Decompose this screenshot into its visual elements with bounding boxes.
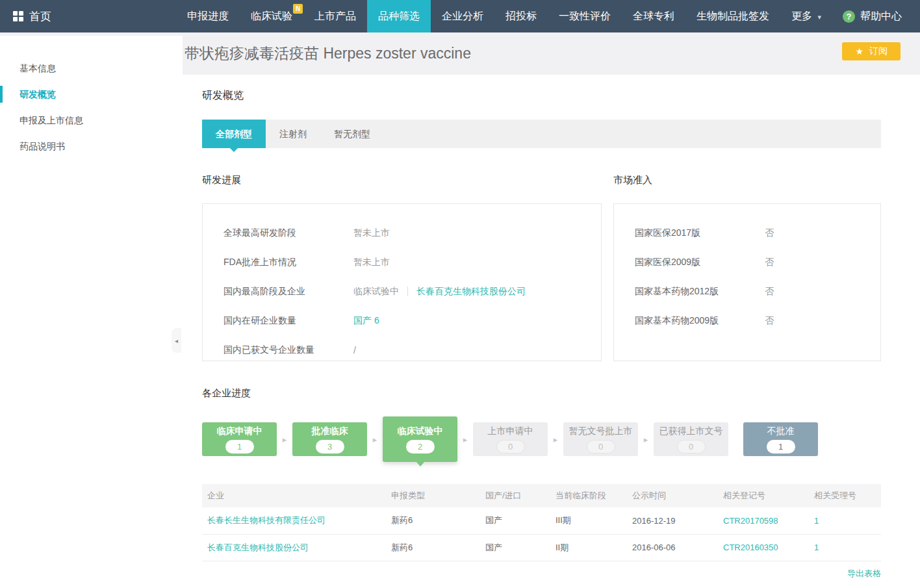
collapse-left-icon: ◂ xyxy=(175,337,178,344)
sidebar-item-basic-info[interactable]: 基本信息 xyxy=(0,55,183,81)
stage-marketing-application[interactable]: 上市申请中 0 xyxy=(473,422,548,456)
new-badge: N xyxy=(293,4,303,14)
sidebar-item-drug-label[interactable]: 药品说明书 xyxy=(0,133,183,159)
help-icon: ? xyxy=(843,10,855,23)
stage-clinical-application[interactable]: 临床申请中 1 xyxy=(202,422,277,456)
info-label: FDA批准上市情况 xyxy=(224,257,353,268)
help-center[interactable]: ? 帮助中心 xyxy=(843,0,920,32)
info-label: 国内已获文号企业数量 xyxy=(224,344,353,356)
info-label: 国内最高阶段及企业 xyxy=(224,286,353,298)
stage-not-approved[interactable]: 不批准 1 xyxy=(743,422,818,456)
tab-injection[interactable]: 注射剂 xyxy=(266,120,320,148)
date-cell: 2016-12-19 xyxy=(627,507,718,534)
page-title: 带状疱疹减毒活疫苗 Herpes zoster vaccine xyxy=(185,44,901,64)
export-table-link[interactable]: 导出表格 xyxy=(847,569,881,578)
info-row: FDA批准上市情况 暂未上市 xyxy=(224,248,601,277)
nav-item-more[interactable]: 更多 ▾ xyxy=(780,0,832,32)
nav-item-global-patents[interactable]: 全球专利 xyxy=(622,0,685,32)
stage-label: 批准临床 xyxy=(312,426,348,437)
col-header-accept-no: 相关受理号 xyxy=(809,484,881,507)
phase-cell: III期 xyxy=(550,507,627,534)
nav-item-biologics-batch-release[interactable]: 生物制品批签发 xyxy=(685,0,780,32)
col-header-phase: 当前临床阶段 xyxy=(550,484,627,507)
vertical-divider xyxy=(407,287,408,296)
company-progress-section: 各企业进度 临床申请中 1 ▸ 批准临床 3 ▸ 临床试验中 2 ▸ 上 xyxy=(202,387,881,580)
arrow-right-icon: ▸ xyxy=(277,435,292,444)
col-header-date: 公示时间 xyxy=(627,484,718,507)
export-row: 导出表格 xyxy=(202,568,881,580)
info-row: 国内在研企业数量 国产 6 xyxy=(224,306,601,335)
info-row: 国内已获文号企业数量 / xyxy=(224,335,601,364)
info-value: / xyxy=(353,345,356,355)
stage-count: 0 xyxy=(496,440,525,454)
company-link[interactable]: 长春百克生物科技股份公司 xyxy=(416,286,526,298)
stage-label: 临床申请中 xyxy=(217,426,262,437)
table-row: 长春百克生物科技股份公司 新药6 国产 II期 2016-06-06 CTR20… xyxy=(202,534,881,561)
info-label: 国家医保2017版 xyxy=(635,227,765,239)
info-value: 否 xyxy=(765,227,774,239)
stage-count: 1 xyxy=(225,440,254,454)
info-value: 否 xyxy=(765,257,774,268)
rnd-progress-title: 研发进展 xyxy=(202,174,602,186)
page-header: 带状疱疹减毒活疫苗 Herpes zoster vaccine ★ 订阅 xyxy=(183,32,920,75)
stage-license-obtained[interactable]: 已获得上市文号 0 xyxy=(654,422,728,456)
info-value: 否 xyxy=(765,315,774,327)
stage-no-license-approved[interactable]: 暂无文号批上市 0 xyxy=(563,422,638,456)
stage-label: 不批准 xyxy=(767,426,795,437)
home-grid-icon xyxy=(13,11,23,21)
acceptance-number-link[interactable]: 1 xyxy=(814,516,819,526)
nav-item-variety-screening[interactable]: 品种筛选 xyxy=(367,0,431,32)
nav-item-marketed-products[interactable]: 上市产品 xyxy=(303,0,367,32)
info-label: 国家基本药物2009版 xyxy=(635,315,765,327)
info-row: 国家基本药物2009版 否 xyxy=(635,306,880,335)
acceptance-number-link[interactable]: 1 xyxy=(814,543,819,552)
subscribe-label: 订阅 xyxy=(869,45,888,57)
rnd-progress-panel: 全球最高研发阶段 暂未上市 FDA批准上市情况 暂未上市 国内最高阶段及企业 临… xyxy=(202,203,602,361)
market-access-panel: 国家医保2017版 否 国家医保2009版 否 国家基本药物2012版 否 国家… xyxy=(613,203,881,361)
stage-label: 已获得上市文号 xyxy=(659,426,723,437)
nav-home[interactable]: 首页 xyxy=(0,0,64,32)
domestic-count-link[interactable]: 国产 6 xyxy=(353,315,379,327)
info-label: 全球最高研发阶段 xyxy=(224,227,353,239)
sidebar-item-rnd-overview[interactable]: 研发概览 xyxy=(0,81,183,107)
tab-no-dosage-form[interactable]: 暂无剂型 xyxy=(320,120,384,148)
stage-count: 0 xyxy=(587,440,615,454)
company-link[interactable]: 长春百克生物科技股份公司 xyxy=(207,543,309,552)
tab-all-dosage-forms[interactable]: 全部剂型 xyxy=(202,120,266,148)
registration-number-link[interactable]: CTR20170598 xyxy=(723,516,778,526)
sidebar-collapse-handle[interactable]: ◂ xyxy=(172,328,181,353)
stage-count: 2 xyxy=(406,440,435,454)
market-access-section: 市场准入 国家医保2017版 否 国家医保2009版 否 国家基本药物2012版… xyxy=(613,174,881,361)
origin-cell: 国产 xyxy=(480,534,550,561)
registration-number-link[interactable]: CTR20160350 xyxy=(723,543,778,552)
nav-item-company-analysis[interactable]: 企业分析 xyxy=(431,0,494,32)
nav-item-clinical-trials[interactable]: 临床试验 N xyxy=(240,0,303,32)
nav-item-bidding[interactable]: 招投标 xyxy=(494,0,548,32)
dosage-form-tabs: 全部剂型 注射剂 暂无剂型 xyxy=(202,120,881,148)
info-row: 国家医保2017版 否 xyxy=(635,218,880,248)
stage-pipeline: 临床申请中 1 ▸ 批准临床 3 ▸ 临床试验中 2 ▸ 上市申请中 0 xyxy=(202,415,881,463)
origin-cell: 国产 xyxy=(480,507,550,534)
info-value: 暂未上市 xyxy=(353,257,390,268)
subscribe-button[interactable]: ★ 订阅 xyxy=(842,42,901,60)
info-value: 暂未上市 xyxy=(353,227,390,239)
stage-label: 临床试验中 xyxy=(398,426,443,437)
company-progress-title: 各企业进度 xyxy=(202,387,881,400)
nav-item-clinical-trials-label: 临床试验 xyxy=(251,10,292,21)
stage-count: 0 xyxy=(677,440,706,454)
info-row: 国内最高阶段及企业 临床试验中 长春百克生物科技股份公司 xyxy=(224,277,601,306)
info-label: 国家医保2009版 xyxy=(635,257,765,268)
col-header-origin: 国产/进口 xyxy=(480,484,550,507)
company-link[interactable]: 长春长生生物科技有限责任公司 xyxy=(207,515,326,525)
arrow-right-icon: ▸ xyxy=(457,435,473,444)
stage-in-clinical-trial[interactable]: 临床试验中 2 xyxy=(383,416,457,462)
nav-item-filing-progress[interactable]: 申报进度 xyxy=(176,0,240,32)
sidebar-item-filing-market-info[interactable]: 申报及上市信息 xyxy=(0,107,183,133)
section-title-rnd-overview: 研发概览 xyxy=(202,89,881,103)
nav-item-consistency-evaluation[interactable]: 一致性评价 xyxy=(548,0,622,32)
date-cell: 2016-06-06 xyxy=(627,534,718,561)
col-header-filing-type: 申报类型 xyxy=(386,484,480,507)
nav-menu: 申报进度 临床试验 N 上市产品 品种筛选 企业分析 招投标 一致性评价 全球专… xyxy=(176,0,832,32)
stage-clinical-approved[interactable]: 批准临床 3 xyxy=(292,422,367,456)
main-area: 带状疱疹减毒活疫苗 Herpes zoster vaccine ★ 订阅 ◂ 研… xyxy=(183,32,920,588)
